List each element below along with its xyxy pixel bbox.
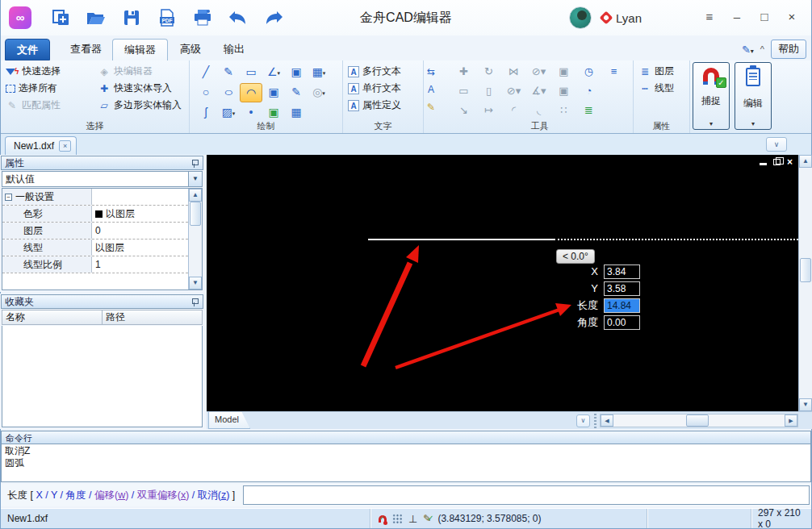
canvas-scroll-left-button[interactable]: ◀ [601,414,613,427]
hatch-edit-button[interactable]: ▦▾ [308,63,330,82]
scroll-track[interactable] [189,226,202,277]
add-layer-button[interactable]: ≣ [576,102,601,120]
trim-button[interactable]: ⊘▾ [526,63,551,81]
draw-ellipse-button[interactable]: ○ [217,83,240,102]
ortho-status-icon[interactable]: ✎ [423,513,431,524]
draw-revision-button[interactable]: ▣ [262,83,285,102]
combo-dropdown-button[interactable]: ▼ [188,172,202,186]
canvas-vscroll-thumb[interactable] [800,258,811,282]
collapse-box-icon[interactable]: − [5,194,12,201]
canvas-scroll-down-button[interactable]: ▼ [799,398,812,411]
maximize-button[interactable]: □ [753,6,776,29]
panel-collapse-button[interactable]: ∨ [766,137,787,152]
option-y[interactable]: Y [51,489,57,501]
length-input-selected[interactable]: 14.84 [604,298,640,313]
document-tab[interactable]: New1.dxf × [5,136,77,155]
open-file-button[interactable] [83,6,109,29]
insert-block-button[interactable]: ▣ [285,63,308,82]
edit-button[interactable]: 编辑 ▾ [735,62,772,130]
property-row-color[interactable]: 色彩 以图层 [2,206,188,223]
array-rect-button[interactable]: ▭ [451,82,476,101]
match-properties-button[interactable]: ✎匹配属性 [6,97,90,114]
scroll-down-button[interactable]: ▼ [189,277,202,289]
paste-clock-button[interactable]: ◔ [576,82,601,101]
grid-status-icon[interactable] [392,514,403,524]
redo-button[interactable] [261,6,287,29]
quick-select-button[interactable]: ϟ快速选择 [6,63,90,80]
align-button[interactable]: ≡ [601,63,626,81]
canvas-scroll-right-button[interactable]: ▶ [785,414,797,427]
chamfer-button[interactable]: ◟ [526,102,551,120]
snap-status-icon[interactable] [379,515,387,523]
perpendicular-status-icon[interactable]: ⊥ [408,513,417,525]
command-input[interactable] [243,485,810,505]
x-input[interactable]: 3.84 [604,264,640,279]
option-offset[interactable]: 偏移(w) [94,489,128,501]
tab-output[interactable]: 输出 [212,39,256,60]
undo-button[interactable] [225,6,251,29]
tab-viewer[interactable]: 查看器 [59,39,113,60]
property-row-ltscale[interactable]: 线型比例 1 [2,256,188,273]
block-editor-button[interactable]: ◈块编辑器 [98,63,182,80]
favorites-col-path[interactable]: 路径 [103,310,203,325]
canvas-vertical-scrollbar[interactable]: ▲ ▼ [798,155,812,411]
property-group-row[interactable]: −一般设置 [2,189,188,206]
property-row-linetype[interactable]: 线型 以图层 [2,240,188,256]
draw-arc-button-active[interactable]: ◠ [240,83,262,102]
stext-button[interactable]: A单行文本 [348,80,401,97]
draw-region-button[interactable]: ◎▾ [308,83,330,102]
user-avatar[interactable] [569,6,592,29]
draw-sketch-button[interactable]: ✎ [217,63,240,82]
draw-rectangle-button[interactable]: ▭ [240,63,262,82]
move-button[interactable]: ✚ [451,63,476,81]
fillet-button[interactable]: ◜ [501,102,526,120]
option-cancel[interactable]: 取消(z) [198,489,230,501]
quick-entity-import-button[interactable]: ✚快速实体导入 [98,80,182,97]
canvas-scroll-up-button[interactable]: ▲ [799,155,812,168]
draw-polyline-button[interactable]: ∠▾ [262,63,285,82]
favorites-col-name[interactable]: 名称 [2,310,103,325]
command-history[interactable]: 取消Z 圆弧 [1,444,811,482]
array-path-button[interactable]: ▯ [476,82,501,101]
scale-button[interactable]: ↘ [451,102,476,120]
close-button[interactable]: × [781,6,803,29]
minimize-button[interactable]: – [726,6,748,29]
tab-advanced[interactable]: 高级 [169,39,212,60]
stretch-button[interactable]: ↦ [476,102,501,120]
child-close-icon[interactable]: × [787,158,793,166]
text-scale-button[interactable]: ⇆ [424,64,438,81]
customize-pencil-icon[interactable]: ✎▾ [742,44,754,56]
property-grid-scrollbar[interactable]: ▲ ▼ [188,189,202,289]
option-x[interactable]: X [36,489,42,501]
copy-button[interactable]: ▣ [551,63,576,81]
splitter-dots[interactable] [594,414,596,428]
canvas-horizontal-scrollbar[interactable]: ◀ ▶ [600,414,798,427]
text-edit-button[interactable]: A [424,81,438,98]
rotate-button[interactable]: ↻ [476,63,501,81]
pin-icon[interactable] [190,298,199,306]
mirror-button[interactable]: ⋈ [501,63,526,81]
save-button[interactable] [119,6,144,29]
draw-pen-button[interactable]: ✎ [285,83,308,102]
option-double-offset[interactable]: 双重偏移(x) [137,489,190,501]
angle-input[interactable]: 0.00 [604,315,640,330]
collapse-ribbon-icon[interactable]: ^ [760,44,764,54]
canvas-hscroll-thumb[interactable] [686,414,709,427]
attrdef-button[interactable]: A属性定义 [348,97,401,114]
print-button[interactable] [190,6,216,29]
tab-editor[interactable]: 编辑器 [112,39,168,60]
copy-with-basepoint-button[interactable]: ◷ [576,63,601,81]
erase-button[interactable]: ⊘▾ [501,82,526,101]
model-tab[interactable]: Model [208,412,250,429]
edit-attr-button[interactable]: ✎ [424,99,438,116]
scroll-thumb[interactable] [190,202,201,226]
option-angle[interactable]: 角度 [66,489,86,501]
tab-file[interactable]: 文件 [5,39,50,60]
scroll-up-button[interactable]: ▲ [189,189,202,202]
polygon-entity-input-button[interactable]: ▱多边形实体输入 [98,97,182,114]
document-tab-close-icon[interactable]: × [59,140,71,152]
layout-list-button[interactable]: ∨ [576,414,590,427]
property-row-layer[interactable]: 图层 0 [2,223,188,240]
drawing-canvas[interactable]: < 0.0° X 3.84 Y 3.58 长度 14.84 角度 0.00 × [207,155,812,411]
export-pdf-button[interactable]: PDF [154,6,180,29]
